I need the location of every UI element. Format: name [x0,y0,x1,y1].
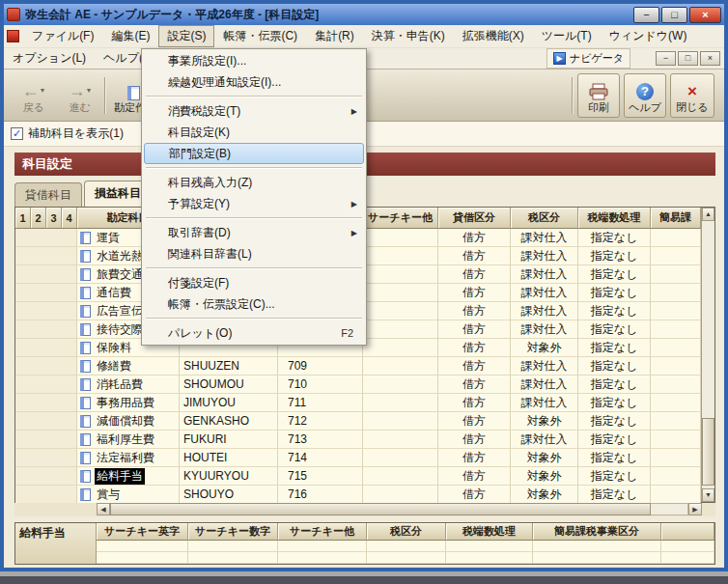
detail-header: サーチキー英字 サーチキー数字 サーチキー他 税区分 税端数処理 簡易課税事業区… [97,523,714,541]
table-row[interactable]: 消耗品費 SHOUMOU 710 借方 課対仕入 指定なし [15,375,701,394]
maximize-button[interactable]: □ [661,7,687,23]
account-note-icon [80,360,91,373]
help-button[interactable]: ? ヘルプ [624,73,666,118]
forward-button[interactable]: →▼ 進む [58,73,102,118]
account-note-icon [80,287,91,299]
mdi-close-button[interactable]: × [700,51,720,66]
level-header-2[interactable]: 2 [31,208,46,229]
mdi-restore-button[interactable]: □ [678,51,698,66]
back-button[interactable]: ←▼ 戻る [12,73,56,118]
show-sub-accounts-checkbox[interactable]: ✓ [11,127,23,140]
menu-separator [143,164,365,172]
account-name: 消耗品費 [95,376,145,393]
menu-item-sticky-note-settings[interactable]: 付箋設定(F) [143,272,365,293]
detail-col-rounding: 税端数処理 [446,523,533,541]
detail-col-search-num: サーチキー数字 [188,523,278,541]
account-note-icon [80,323,91,336]
vertical-scroll-thumb[interactable] [702,418,714,486]
account-name: 修繕費 [95,358,133,375]
level-header-4[interactable]: 4 [62,208,77,229]
table-row[interactable]: 修繕費 SHUUZEN 709 借方 課対仕入 指定なし [15,357,701,375]
menubar-row1: ファイル(F) 編集(E) 設定(S) 帳簿・伝票(C) 集計(R) 決算・申告… [4,25,724,48]
menu-window[interactable]: ウィンドウ(W) [601,25,696,47]
titlebar: 弥生会計 AE - サンプルデータ・平成26年度 - [科目設定] − □ × [4,4,724,25]
account-note-icon [80,250,91,263]
menu-settings[interactable]: 設定(S) [158,25,214,47]
table-row[interactable]: 賞与 SHOUYO 716 借方 対象外 指定なし [15,486,701,504]
menu-item-consumption-tax-settings[interactable]: 消費税設定(T)▶ [143,100,365,122]
menu-file[interactable]: ファイル(F) [23,25,102,47]
account-note-icon [80,378,91,391]
horizontal-scroll-thumb[interactable] [110,503,651,515]
scroll-right-button[interactable]: ▶ [688,503,702,515]
account-note-icon [80,470,91,483]
close-window-icon: × [687,82,697,100]
table-row[interactable]: 法定福利費 HOUTEI 714 借方 対象外 指定なし [15,449,701,467]
scroll-left-button[interactable]: ◀ [97,503,110,515]
navigator-button[interactable]: ▶ ナビゲータ [546,48,630,69]
menu-edit[interactable]: 編集(E) [102,25,158,47]
vertical-scrollbar[interactable]: ▲ ▼ [701,208,714,502]
account-name: 旅費交通 [95,266,145,283]
close-button[interactable]: × [689,7,721,23]
account-name: 保険料 [95,340,133,356]
mdi-minimize-button[interactable]: − [656,51,676,66]
scroll-down-button[interactable]: ▼ [702,488,714,502]
menu-options[interactable]: オプション(L) [4,47,95,70]
menu-item-transaction-dictionary[interactable]: 取引辞書(D)▶ [143,222,365,243]
submenu-arrow-icon: ▶ [351,107,357,116]
account-name: 接待交際 [95,321,145,338]
account-note-icon [80,488,91,501]
menu-item-account-balance-entry[interactable]: 科目残高入力(Z) [143,172,365,193]
menu-item-related-account-dictionary[interactable]: 関連科目辞書(L) [143,243,365,264]
detail-row[interactable] [97,541,714,552]
horizontal-scrollbar[interactable]: ◀ ▶ [14,503,715,516]
account-note-icon [80,342,91,354]
menu-closing[interactable]: 決算・申告(K) [363,25,454,47]
menu-item-office-settings[interactable]: 事業所設定(I)... [143,50,365,71]
account-note-icon [80,415,91,428]
account-name: 減価償却費 [95,413,156,430]
menu-books[interactable]: 帳簿・伝票(C) [214,25,306,47]
print-icon [589,83,608,100]
detail-row[interactable] [97,552,714,564]
menu-item-books-slip-settings[interactable]: 帳簿・伝票設定(C)... [143,293,365,315]
minimize-button[interactable]: − [633,7,659,23]
table-row-selected[interactable]: 給料手当 KYUURYOU 715 借方 対象外 指定なし [15,467,701,486]
mdi-document-icon [7,30,19,42]
account-name: 賞与 [95,487,122,503]
settings-dropdown-menu: 事業所設定(I)... 繰越処理通知設定(I)... 消費税設定(T)▶ 科目設… [141,48,367,346]
col-search-other: サーチキー他 [363,208,438,229]
print-button[interactable]: 印刷 [577,73,620,118]
table-row[interactable]: 減価償却費 GENKASHO 712 借方 対象外 指定なし [15,412,701,431]
menu-item-carryover-notice-settings[interactable]: 繰越処理通知設定(I)... [143,71,365,93]
menu-separator [143,93,365,100]
account-name: 運賃 [95,230,122,246]
level-header-3[interactable]: 3 [46,208,62,229]
menu-tools[interactable]: ツール(T) [533,25,601,47]
submenu-arrow-icon: ▶ [351,229,357,237]
back-dropdown-icon: ▼ [40,87,46,94]
detail-col-search-other: サーチキー他 [278,523,367,541]
menu-item-department-settings[interactable]: 部門設定(B) [144,143,364,164]
table-row[interactable]: 事務用品費 JIMUYOU 711 借方 課対仕入 指定なし [15,394,701,412]
menu-item-budget-settings[interactable]: 予算設定(Y)▶ [143,193,365,214]
detail-col-tax: 税区分 [367,523,446,541]
account-name: 事務用品費 [95,395,156,411]
back-icon: ← [22,81,40,100]
menu-extensions[interactable]: 拡張機能(X) [454,25,533,47]
close-window-button[interactable]: × 閉じる [670,73,714,118]
help-icon: ? [636,83,654,100]
create-account-icon [127,86,140,100]
account-name: 福利厚生費 [95,431,156,448]
tab-balance-sheet-accounts[interactable]: 貸借科目 [14,182,82,207]
menu-item-palette[interactable]: パレット(O)F2 [143,322,365,344]
app-icon [7,8,20,21]
scroll-up-button[interactable]: ▲ [702,208,714,221]
account-name-selected: 給料手当 [95,468,145,485]
menu-item-account-settings[interactable]: 科目設定(K) [143,122,365,143]
table-row[interactable]: 福利厚生費 FUKURI 713 借方 課対仕入 指定なし [15,431,701,449]
menu-aggregate[interactable]: 集計(R) [306,25,363,47]
level-header-1[interactable]: 1 [15,208,31,229]
menu-separator [143,315,365,322]
